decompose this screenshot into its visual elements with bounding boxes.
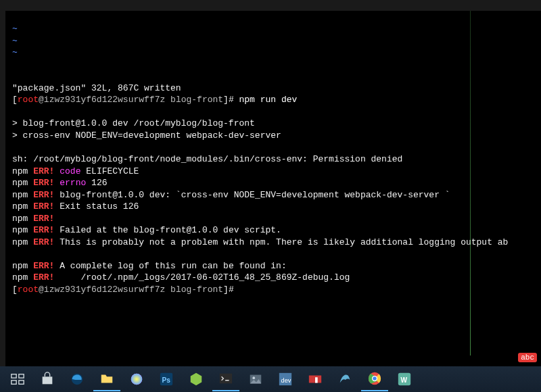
svg-point-21	[373, 376, 377, 381]
column-guide-line	[470, 11, 471, 356]
at-sign: @	[39, 285, 44, 295]
svg-rect-2	[11, 381, 16, 385]
taskbar-store[interactable]	[34, 368, 61, 391]
npm-error-line: npm ERR! A complete log of this run can …	[12, 260, 534, 272]
npm-error-line: npm ERR! This is probably not a problem …	[12, 237, 534, 249]
svg-rect-3	[19, 381, 24, 385]
folder-icon	[99, 371, 114, 386]
blank-line	[12, 106, 534, 118]
npm-error-line: npm ERR! errno 126	[12, 177, 534, 189]
wps-icon: W	[397, 372, 412, 387]
taskbar-settings-color[interactable]	[123, 368, 150, 391]
taskbar-file-explorer[interactable]	[93, 367, 120, 391]
prompt-host: izwz931yf6d122wsurwff7z	[44, 95, 165, 105]
color-wheel-icon	[129, 372, 144, 387]
prompt-dir: blog-front	[170, 95, 223, 105]
terminal-window[interactable]: ~ ~ ~ "package.json" 32L, 867C written […	[5, 11, 541, 392]
taskbar-wps[interactable]: W	[391, 368, 418, 391]
svg-text:dev: dev	[281, 377, 291, 384]
svg-point-7	[131, 374, 143, 385]
mysql-icon	[337, 372, 352, 387]
image-icon	[248, 372, 263, 387]
blank-line	[12, 70, 534, 82]
shell-error: sh: /root/myblog/blog-front/node_modules…	[12, 153, 534, 166]
npm-error-line: npm ERR! Exit status 126	[12, 201, 534, 213]
store-icon	[40, 372, 55, 387]
taskbar-photoshop[interactable]: Ps	[153, 368, 180, 391]
taskbar-npm[interactable]	[302, 368, 329, 391]
ime-badge[interactable]: abc	[518, 353, 537, 362]
svg-rect-16	[315, 377, 318, 383]
vim-write-message: "package.json" 32L, 867C written	[12, 82, 534, 95]
npm-icon	[308, 372, 323, 387]
npm-error-line: npm ERR! Failed at the blog-front@1.0.0 …	[12, 224, 534, 237]
prompt-user: root	[18, 285, 39, 295]
svg-rect-1	[19, 374, 24, 378]
npm-script-header: > cross-env NODE_ENV=development webpack…	[12, 130, 534, 142]
taskbar-task-view[interactable]	[4, 368, 31, 391]
svg-point-12	[252, 376, 255, 379]
svg-text:W: W	[401, 376, 408, 384]
taskbar-mysql[interactable]	[331, 368, 358, 391]
blank-line	[12, 248, 534, 260]
taskbar-edge[interactable]	[64, 368, 91, 391]
vim-tilde: ~	[12, 47, 534, 59]
edge-icon	[70, 372, 85, 387]
taskbar-nodejs[interactable]	[183, 368, 210, 391]
blank-line	[12, 141, 534, 153]
command-text: npm run dev	[239, 95, 298, 105]
shell-prompt[interactable]: [root@izwz931yf6d122wsurwff7z blog-front…	[12, 284, 534, 296]
svg-rect-10	[220, 374, 232, 384]
npm-error-line: npm ERR! blog-front@1.0.0 dev: `cross-en…	[12, 189, 534, 201]
svg-rect-4	[43, 376, 53, 384]
prompt-user: root	[18, 95, 39, 105]
shell-prompt[interactable]: [root@izwz931yf6d122wsurwff7z blog-front…	[12, 94, 534, 106]
dev-cpp-icon: dev	[278, 372, 293, 387]
task-view-icon	[10, 372, 25, 387]
at-sign: @	[39, 95, 44, 105]
taskbar-terminal[interactable]	[212, 367, 239, 391]
vim-tilde: ~	[12, 35, 534, 47]
svg-text:Ps: Ps	[162, 376, 171, 384]
taskbar-chrome[interactable]	[361, 367, 388, 391]
blank-line	[12, 59, 534, 71]
taskbar-dev-cpp[interactable]: dev	[272, 368, 299, 391]
photoshop-icon: Ps	[159, 372, 174, 387]
npm-error-line: npm ERR!	[12, 213, 534, 225]
npm-error-line: npm ERR! /root/.npm/_logs/2017-06-02T16_…	[12, 272, 534, 284]
svg-rect-0	[11, 374, 16, 378]
npm-error-line: npm ERR! code ELIFECYCLE	[12, 166, 534, 178]
terminal-icon	[218, 371, 233, 386]
chrome-icon	[367, 371, 382, 386]
npm-script-header: > blog-front@1.0.0 dev /root/myblog/blog…	[12, 118, 534, 130]
prompt-dir: blog-front	[170, 285, 223, 295]
vim-tilde: ~	[12, 23, 534, 35]
taskbar[interactable]: Ps dev W	[0, 366, 541, 392]
prompt-host: izwz931yf6d122wsurwff7z	[44, 285, 165, 295]
taskbar-image-editor[interactable]	[242, 368, 269, 391]
nodejs-icon	[189, 372, 204, 387]
